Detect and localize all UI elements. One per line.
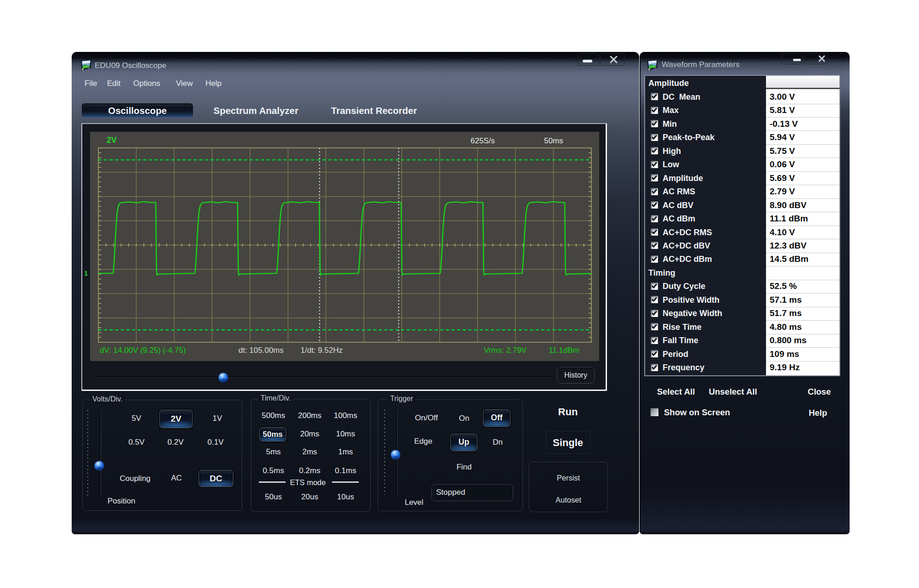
svg-text:2V: 2V (107, 136, 117, 145)
svg-text:dt: 105.00ms: dt: 105.00ms (238, 346, 284, 355)
svg-text:11.1dBm: 11.1dBm (549, 346, 579, 355)
svg-text:625S/s: 625S/s (471, 136, 495, 145)
svg-text:dV: 14.00V (9.25) (-4.75): dV: 14.00V (9.25) (-4.75) (100, 346, 186, 355)
svg-text:50ms: 50ms (544, 136, 563, 145)
svg-text:Vrms: 2.79V: Vrms: 2.79V (484, 346, 527, 355)
svg-text:1/dt: 9.52Hz: 1/dt: 9.52Hz (301, 346, 343, 355)
